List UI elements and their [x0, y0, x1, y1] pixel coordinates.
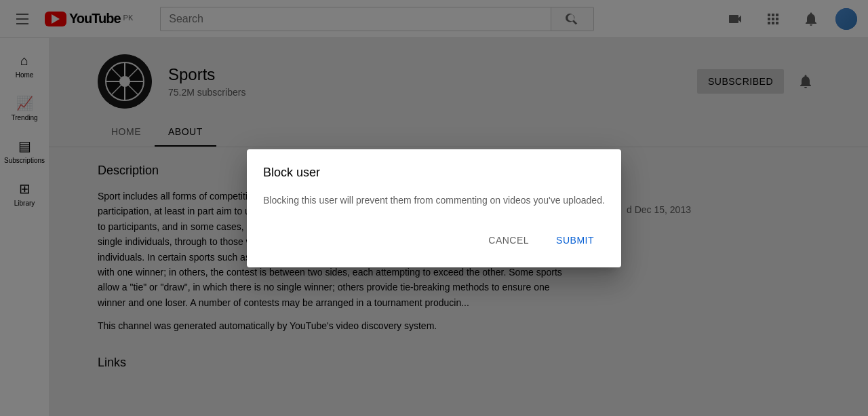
dialog-title: Block user — [263, 166, 605, 180]
submit-button[interactable]: SUBMIT — [545, 229, 605, 251]
block-user-dialog: Block user Blocking this user will preve… — [247, 149, 621, 267]
dialog-actions: CANCEL SUBMIT — [263, 229, 605, 251]
dialog-body: Blocking this user will prevent them fro… — [263, 193, 605, 208]
dialog-overlay: Block user Blocking this user will preve… — [0, 0, 868, 416]
cancel-button[interactable]: CANCEL — [477, 229, 540, 251]
